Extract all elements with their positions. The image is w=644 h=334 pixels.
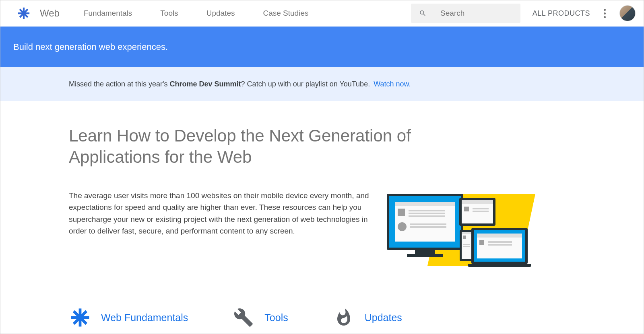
primary-nav: Fundamentals Tools Updates Case Studies — [84, 9, 309, 18]
top-header: Web Fundamentals Tools Updates Case Stud… — [0, 0, 644, 27]
card-tools[interactable]: Tools — [232, 306, 288, 329]
fundamentals-icon — [69, 306, 91, 329]
search-input[interactable] — [440, 9, 512, 18]
nav-fundamentals[interactable]: Fundamentals — [84, 9, 132, 18]
devices-illustration — [387, 190, 528, 270]
avatar[interactable] — [619, 5, 636, 21]
announce-link[interactable]: Watch now. — [374, 80, 411, 88]
page-title: Learn How to Develop the Next Generation… — [69, 125, 455, 168]
feature-cards: Web Fundamentals Tools Updates — [69, 306, 575, 329]
overflow-menu-icon[interactable] — [600, 5, 610, 22]
all-products-link[interactable]: ALL PRODUCTS — [533, 9, 590, 18]
nav-case-studies[interactable]: Case Studies — [263, 9, 308, 18]
card-web-fundamentals[interactable]: Web Fundamentals — [69, 306, 188, 329]
intro-paragraph: The average user visits more than 100 we… — [69, 190, 375, 270]
announcement-strip: Missed the action at this year's Chrome … — [0, 67, 644, 101]
card-updates[interactable]: Updates — [332, 306, 402, 329]
blue-banner: Build next generation web experiences. — [0, 27, 644, 67]
nav-updates[interactable]: Updates — [206, 9, 235, 18]
blue-banner-text: Build next generation web experiences. — [13, 42, 168, 52]
main-content: Learn How to Develop the Next Generation… — [0, 101, 644, 329]
wrench-icon — [232, 306, 255, 329]
search-icon — [419, 8, 426, 18]
nav-tools[interactable]: Tools — [160, 9, 178, 18]
announce-suffix: ? Catch up with our playlist on YouTube. — [241, 80, 372, 88]
brand-title[interactable]: Web — [40, 8, 60, 19]
logo-icon[interactable] — [17, 6, 31, 20]
card-label: Updates — [365, 312, 402, 324]
flame-icon — [332, 306, 355, 329]
announce-prefix: Missed the action at this year's — [69, 80, 170, 88]
announce-bold: Chrome Dev Summit — [170, 80, 241, 88]
search-box[interactable] — [411, 4, 520, 23]
card-label: Web Fundamentals — [101, 312, 188, 324]
card-label: Tools — [264, 312, 288, 324]
